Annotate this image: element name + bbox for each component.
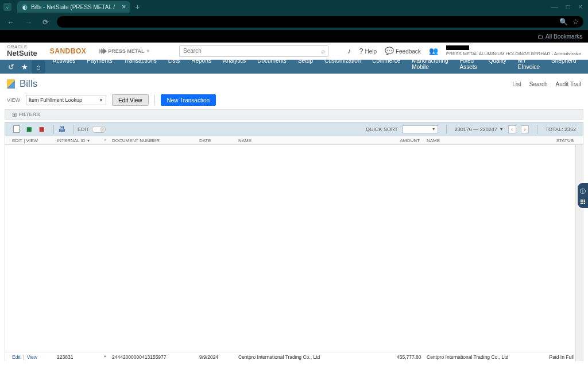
search-link[interactable]: Search [529, 81, 548, 87]
tab-title: Bills - NetSuite (PRESS METAL / [31, 4, 115, 10]
col-name[interactable]: NAME [238, 138, 397, 143]
nav-reload-icon[interactable]: ⟳ [40, 18, 51, 26]
cell-name: Centpro International Trading Co., Ltd [238, 354, 397, 360]
nav-item-payments[interactable]: Payments [82, 57, 117, 76]
search-engine-icon[interactable]: 🔍 [559, 18, 568, 26]
roles-icon[interactable]: 👥 [429, 47, 438, 55]
window-minimize-icon[interactable]: — [551, 3, 558, 11]
col-status[interactable]: STATUS [545, 138, 576, 143]
cell-internal-id: 223831 [57, 354, 98, 360]
col-star[interactable]: * [98, 138, 112, 143]
side-help-widget[interactable]: ⓘ [578, 183, 588, 208]
chevron-down-icon: ▼ [99, 98, 103, 103]
col-document-number[interactable]: DOCUMENT NUMBER [112, 138, 199, 143]
nav-item-quality[interactable]: Quality [483, 57, 512, 76]
search-icon[interactable]: ⌕ [321, 47, 325, 55]
export-pdf-icon[interactable]: ▦ [37, 125, 45, 133]
nav-item-activities[interactable]: Activities [48, 57, 80, 76]
nav-item-analytics[interactable]: Analytics [218, 57, 251, 76]
view-controls: VIEW Item Fulfillment Lookup ▼ Edit View… [0, 94, 588, 109]
oracle-netsuite-logo: ORACLE NetSuite [7, 45, 37, 57]
table-row[interactable]: Edit | View 223831 * 2444200000041315597… [5, 352, 583, 361]
page-range[interactable]: 230176 — 220247 ▼ [455, 126, 504, 132]
page-header: Bills List Search Audit Trail [0, 74, 588, 94]
list-link[interactable]: List [512, 81, 521, 87]
nav-back-icon[interactable]: ← [5, 18, 17, 26]
list-toolbar: ▦ ▦ 🖶 EDIT QUICK SORT ▼ 230176 — 220247 … [5, 122, 583, 136]
page-next-button[interactable]: › [521, 125, 529, 133]
browser-tab[interactable]: ◐ Bills - NetSuite (PRESS METAL / × [17, 1, 130, 13]
new-transaction-button[interactable]: New Transaction [161, 94, 216, 106]
global-search[interactable]: ⌕ [179, 45, 328, 57]
total-label: TOTAL: 2352 [546, 126, 576, 132]
row-view-link[interactable]: View [27, 354, 37, 360]
quick-sort-label: QUICK SORT [366, 126, 398, 132]
browser-tab-strip: ⌄ ◐ Bills - NetSuite (PRESS METAL / × + … [0, 0, 588, 14]
feedback-link[interactable]: 💬 Feedback [385, 47, 421, 55]
view-select[interactable]: Item Fulfillment Lookup ▼ [26, 95, 106, 105]
cell-name-2: Centpro International Trading Co., Ltd [420, 354, 545, 360]
nav-forward-icon[interactable]: → [22, 18, 34, 26]
window-close-icon[interactable]: × [578, 3, 582, 11]
nav-item-setup[interactable]: Setup [293, 57, 318, 76]
nav-item-fixed-assets[interactable]: Fixed Assets [455, 57, 482, 76]
nav-item-lists[interactable]: Lists [163, 57, 185, 76]
print-icon[interactable]: 🖶 [57, 125, 65, 133]
col-internal-id[interactable]: INTERNAL ID▼ [57, 138, 98, 143]
url-input[interactable]: 🔍 ☆ [57, 16, 583, 28]
filters-bar[interactable]: ⊞ FILTERS [5, 109, 583, 120]
export-csv-icon[interactable]: ▦ [25, 125, 33, 133]
help-link[interactable]: ? Help [359, 47, 377, 55]
edit-toggle[interactable] [92, 126, 106, 133]
all-bookmarks-button[interactable]: 🗀 All Bookmarks [537, 33, 582, 40]
nav-item-my-einvoice[interactable]: MY EInvoice [513, 57, 545, 76]
favorites-icon[interactable]: ★ [18, 63, 32, 71]
export-doc-icon[interactable] [12, 125, 20, 133]
home-icon[interactable]: ⌂ [32, 60, 45, 74]
nav-item-customization[interactable]: Customization [319, 57, 366, 76]
browser-address-bar: ← → ⟳ 🔍 ☆ [0, 14, 588, 30]
nav-item-commerce[interactable]: Commerce [367, 57, 405, 76]
global-search-input[interactable] [179, 45, 328, 57]
nav-item-documents[interactable]: Documents [252, 57, 292, 76]
nav-item-manufacturing-mobile[interactable]: Manufacturing Mobile [407, 57, 453, 76]
all-bookmarks-label: All Bookmarks [546, 33, 582, 40]
sandbox-badge: SANDBOX [50, 47, 87, 55]
info-icon: ⓘ [580, 187, 586, 195]
history-icon[interactable]: ↺ [5, 63, 18, 71]
col-amount[interactable]: AMOUNT [397, 138, 420, 143]
nav-item-reports[interactable]: Reports [186, 57, 216, 76]
nav-item-transactions[interactable]: Transactions [119, 57, 162, 76]
view-label: VIEW [7, 97, 20, 103]
window-maximize-icon[interactable]: □ [566, 3, 570, 11]
nav-item-pm-field-service[interactable]: PM Field Service [582, 57, 588, 76]
audit-trail-link[interactable]: Audit Trail [556, 81, 581, 87]
new-tab-icon[interactable]: + [135, 2, 140, 12]
headset-icon[interactable]: ♪ [347, 47, 351, 55]
cell-status: Paid In Full [545, 354, 576, 360]
col-name-2[interactable]: NAME [420, 138, 545, 143]
col-edit-view[interactable]: EDIT | VIEW [12, 138, 57, 143]
keypad-icon [581, 200, 585, 204]
sort-desc-icon: ▼ [87, 139, 91, 143]
page-title: Bills [20, 78, 37, 90]
account-info[interactable]: PRESS METAL ALUMINIUM HOLDINGS BERHAD - … [446, 45, 581, 57]
tab-favicon: ◐ [22, 4, 28, 10]
vertical-scrollbar[interactable] [575, 145, 583, 361]
tab-close-icon[interactable]: × [122, 3, 126, 11]
table-body: Edit | View 223831 * 2444200000041315597… [5, 145, 583, 361]
page-prev-button[interactable]: ‹ [508, 125, 516, 133]
bookmark-star-icon[interactable]: ☆ [572, 18, 579, 26]
bookmarks-bar: 🗀 All Bookmarks [0, 30, 588, 43]
cell-date: 9/9/2024 [199, 354, 238, 360]
quick-sort-select[interactable]: ▼ [403, 125, 438, 133]
nav-item-shepherd[interactable]: Shepherd [546, 57, 581, 76]
folder-icon: 🗀 [537, 33, 543, 40]
row-edit-link[interactable]: Edit [12, 354, 21, 360]
tab-dropdown-icon[interactable]: ⌄ [3, 3, 11, 11]
filters-label: FILTERS [19, 112, 40, 117]
col-date[interactable]: DATE [199, 138, 238, 143]
edit-view-button[interactable]: Edit View [112, 94, 149, 106]
company-logo: PRESS METAL® [99, 48, 149, 54]
cell-star: * [98, 354, 112, 360]
